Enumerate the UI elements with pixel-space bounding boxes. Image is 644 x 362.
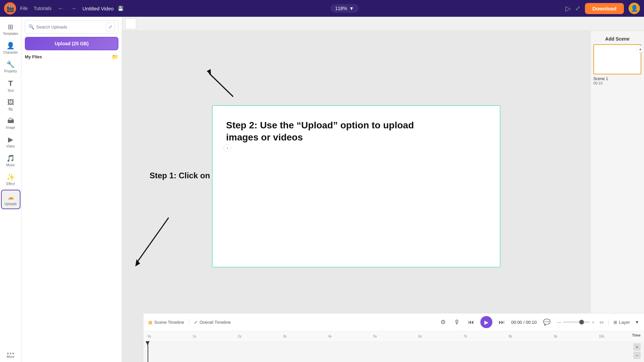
timeline-skip-back-button[interactable]: ⏮ <box>466 318 476 326</box>
overall-timeline-tab[interactable]: ⤢ Overall Timeline <box>194 320 231 325</box>
more-label: More <box>7 355 14 359</box>
sidebar-item-text[interactable]: T Text <box>1 76 20 95</box>
search-input[interactable] <box>36 24 104 29</box>
image-icon: 🏔 <box>7 117 14 125</box>
ruler-8s: 8s <box>508 335 554 338</box>
topbar-nav: ← → <box>56 4 78 13</box>
scene-timeline-tab[interactable]: ▦ Scene Timeline <box>148 320 184 325</box>
expand-button[interactable]: ⤢ <box>106 22 115 31</box>
tutorials-menu[interactable]: Tutorials <box>34 6 52 11</box>
timeline-time-display: 00:00 / 00:10 <box>511 320 537 325</box>
layer-divider <box>608 319 609 325</box>
sidebar-item-uploads[interactable]: ☁ Uploads <box>1 190 20 209</box>
scene-1-label: Scene 1 <box>593 76 641 81</box>
sidebar-label-text: Text <box>7 89 13 93</box>
timeline-zoom-in-button[interactable]: + <box>633 343 641 351</box>
dot2 <box>10 353 11 354</box>
sidebar-label-music: Music <box>6 163 15 167</box>
svg-marker-3 <box>207 69 211 75</box>
sidebar-item-bg[interactable]: 🖼 Bg <box>1 96 20 114</box>
effect-icon: ✨ <box>6 173 15 181</box>
uploads-panel: 🔍 ⤢ Upload (25 GB) My Files 📁 <box>21 17 122 362</box>
sidebar-item-music[interactable]: 🎵 Music <box>1 152 20 170</box>
sidebar-item-property[interactable]: 🔧 Property <box>1 58 20 76</box>
topbar-actions: ▷ ⤢ Download 👤 <box>566 3 640 14</box>
sidebar-label-uploads: Uploads <box>4 202 17 206</box>
topbar: 🎬 File Tutorials ← → Untitled Video 💾 11… <box>0 0 644 17</box>
svg-line-0 <box>137 218 169 262</box>
my-files-folder-icon[interactable]: 📁 <box>112 54 118 60</box>
scene-plus-button[interactable]: + <box>637 46 644 53</box>
canvas-area: Step 1: Click on “Uploads” Step 2: Use t… <box>122 31 590 362</box>
overall-timeline-label: Overall Timeline <box>200 320 231 325</box>
timeline-play-button[interactable]: ▶ <box>480 316 492 328</box>
left-sidebar: ⊞ Templates 👤 Character 🔧 Property T Tex… <box>0 17 21 362</box>
volume-plus-icon: + <box>592 320 595 325</box>
timeline-zoom-out-button[interactable]: − <box>633 352 641 359</box>
timeline-settings-button[interactable]: ⚙ <box>439 318 447 326</box>
character-icon: 👤 <box>6 42 15 50</box>
zoom-control[interactable]: 118% ▼ <box>330 4 359 13</box>
upload-button[interactable]: Upload (25 GB) <box>25 37 118 50</box>
redo-button[interactable]: → <box>68 4 78 13</box>
slider-track <box>563 321 590 323</box>
scene-1-thumbnail[interactable] <box>593 44 641 74</box>
topbar-center: 118% ▼ <box>127 4 561 13</box>
uploads-icon: ☁ <box>7 193 14 201</box>
ruler-1s: 1s <box>193 335 238 338</box>
thumbnail-preview <box>125 18 136 29</box>
ruler-7s: 7s <box>464 335 509 338</box>
app-logo[interactable]: 🎬 <box>4 2 16 14</box>
scene-timeline-label: Scene Timeline <box>154 320 184 325</box>
timeline-zoom-controls: + − <box>633 343 641 359</box>
layer-selector[interactable]: ⊞ Layer <box>613 320 630 325</box>
layer-stack-icon: ⊞ <box>613 320 617 325</box>
sidebar-item-templates[interactable]: ⊞ Templates <box>1 20 20 38</box>
topbar-menu: File Tutorials <box>20 6 52 11</box>
sidebar-item-character[interactable]: 👤 Character <box>1 39 20 57</box>
scene-1-wrapper: + <box>593 44 641 76</box>
canvas[interactable]: Step 2: Use the “Upload” option to uploa… <box>212 105 500 267</box>
sidebar-item-image[interactable]: 🏔 Image <box>1 114 20 132</box>
download-button[interactable]: Download <box>585 3 624 14</box>
dot1 <box>7 353 9 354</box>
zoom-chevron-icon: ▼ <box>349 6 354 11</box>
right-panel: Add Scene + Scene 1 00:10 <box>590 31 644 362</box>
ruler-3s: 3s <box>283 335 328 338</box>
sidebar-label-effect: Effect <box>6 182 15 186</box>
search-box: 🔍 ⤢ <box>25 20 118 34</box>
sidebar-item-effect[interactable]: ✨ Effect <box>1 170 20 188</box>
sidebar-label-bg: Bg <box>8 107 12 111</box>
layer-chevron-icon[interactable]: ▼ <box>635 319 639 325</box>
undo-button[interactable]: ← <box>56 4 66 13</box>
timeline-mic-button[interactable]: 🎙 <box>452 318 462 326</box>
save-icon[interactable]: 💾 <box>118 6 123 11</box>
ruler-marks: 0s 1s 2s 3s 4s 5s 6s 7s 8s 9s 10s <box>144 335 644 338</box>
ruler-5s: 5s <box>373 335 419 338</box>
canvas-main-text: Step 2: Use the “Upload” option to uploa… <box>226 119 414 144</box>
search-icon: 🔍 <box>29 24 34 29</box>
preview-button[interactable]: ▷ <box>566 4 571 12</box>
more-dots <box>7 353 14 354</box>
timeline-captions-button[interactable]: 💬 <box>541 318 552 326</box>
canvas-right-wrapper: Step 1: Click on “Uploads” Step 2: Use t… <box>122 31 644 362</box>
dot3 <box>12 353 14 354</box>
ruler-4s: 4s <box>328 335 373 338</box>
ruler-9s: 9s <box>554 335 599 338</box>
sidebar-label-image: Image <box>6 126 15 129</box>
timeline-track: + − <box>144 342 644 362</box>
sidebar-item-video[interactable]: ▶ Video <box>1 133 20 151</box>
main-layout: ⊞ Templates 👤 Character 🔧 Property T Tex… <box>0 17 644 362</box>
collapse-panel-button[interactable]: ‹ <box>223 144 231 152</box>
zoom-level: 118% <box>335 6 347 11</box>
sidebar-label-video: Video <box>6 144 15 148</box>
avatar[interactable]: 👤 <box>629 3 640 14</box>
timeline-ruler: 0s 1s 2s 3s 4s 5s 6s 7s 8s 9s 10s Time <box>144 331 644 342</box>
timeline-volume-slider[interactable]: — + <box>557 320 595 325</box>
file-menu[interactable]: File <box>20 6 28 11</box>
layer-label: Layer <box>619 320 630 325</box>
ruler-6s: 6s <box>418 335 464 338</box>
share-button[interactable]: ⤢ <box>575 5 580 12</box>
add-scene-button[interactable]: Add Scene <box>593 34 641 44</box>
timeline-skip-fwd-button[interactable]: ⏭ <box>497 318 506 326</box>
